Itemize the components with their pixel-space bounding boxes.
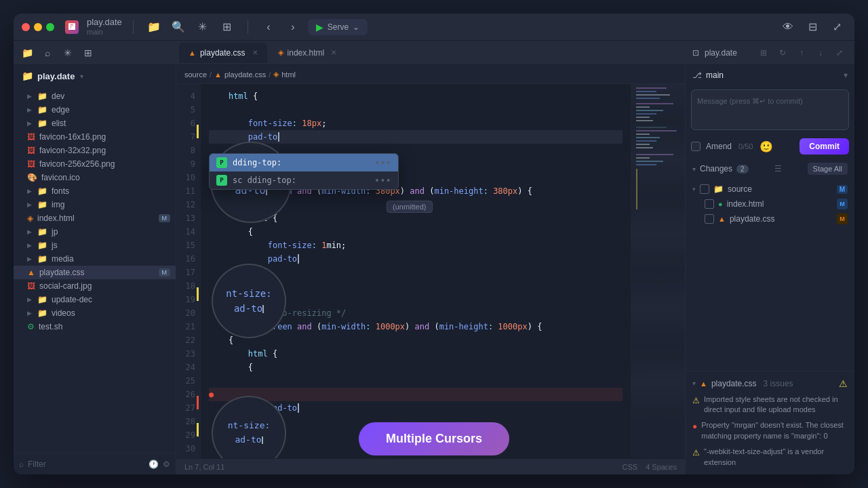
back-nav[interactable]: ‹: [259, 18, 278, 37]
changes-count: 2: [736, 165, 749, 174]
file-checkbox[interactable]: [705, 199, 714, 209]
svg-rect-16: [636, 147, 653, 148]
sidebar-search-icon[interactable]: ⌕: [39, 45, 56, 61]
svg-rect-11: [636, 130, 677, 131]
file-checkbox[interactable]: [705, 214, 714, 224]
minimize-button[interactable]: [34, 23, 42, 31]
sidebar-folder-icon[interactable]: 📁: [19, 45, 35, 61]
file-name: js: [52, 241, 58, 250]
tab-indexhtml[interactable]: ◈ index.html ✕: [269, 43, 347, 63]
sidebar-item-favicon256[interactable]: 🖼 favicon-256x256.png: [14, 157, 176, 171]
svg-rect-1: [636, 91, 656, 92]
tab-label: playdate.css: [200, 48, 245, 58]
panels-icon[interactable]: ⊟: [803, 18, 822, 37]
emoji-icon[interactable]: 🙂: [760, 140, 773, 153]
sidebar-item-jp[interactable]: ▶ 📁 jp: [14, 225, 176, 239]
sidebar-item-playdatecss[interactable]: ▲ playdate.css M: [14, 266, 176, 279]
filter-clock-icon[interactable]: 🕐: [149, 460, 159, 469]
tab-close-icon[interactable]: ✕: [252, 49, 258, 56]
indent-selector[interactable]: 4 Spaces: [646, 463, 677, 471]
sidebar-item-videos[interactable]: ▶ 📁 videos: [14, 306, 176, 320]
git-download-btn[interactable]: ↓: [812, 45, 829, 61]
git-expand-btn[interactable]: ⤢: [831, 45, 848, 61]
tab-playdatecss[interactable]: ▲ playdate.css ✕: [179, 43, 267, 63]
play-icon: ▶: [316, 22, 323, 33]
ico-icon: 🎨: [27, 173, 37, 182]
svg-rect-3: [636, 98, 660, 99]
file-name: edge: [52, 105, 70, 115]
serve-button[interactable]: ▶ Serve ⌄: [308, 19, 368, 35]
file-name: media: [52, 254, 74, 264]
cursor-position[interactable]: Ln 7, Col 11: [184, 463, 224, 471]
forward-nav[interactable]: ›: [283, 18, 302, 37]
maximize-button[interactable]: [46, 23, 54, 31]
git-message-placeholder: Message (press ⌘↵ to commit): [697, 97, 803, 105]
sidebar-item-updatedec[interactable]: ▶ 📁 update-dec: [14, 293, 176, 306]
grid-btn[interactable]: ⊞: [218, 18, 237, 37]
sidebar-item-js[interactable]: ▶ 📁 js: [14, 239, 176, 252]
filter-input[interactable]: [28, 460, 144, 469]
sidebar-toolbar: 📁 ⌕ ✳ ⊞: [14, 41, 176, 65]
file-browser-btn[interactable]: 📁: [144, 18, 163, 37]
sidebar-item-img[interactable]: ▶ 📁 img: [14, 198, 176, 211]
branch-chevron[interactable]: ▾: [844, 70, 848, 80]
sidebar-item-favicon32[interactable]: 🖼 favicon-32x32.png: [14, 144, 176, 157]
stage-all-button[interactable]: Stage All: [808, 163, 848, 175]
filter-settings-icon[interactable]: ⚙: [163, 460, 170, 469]
sidebar-item-faviconico[interactable]: 🎨 favicon.ico: [14, 171, 176, 184]
autocomplete-text: dding-top:: [233, 158, 281, 167]
code-line-24: {: [209, 361, 623, 374]
tab-bar: ▲ playdate.css ✕ ◈ index.html ✕: [176, 41, 685, 65]
css-icon: ▲: [27, 268, 35, 277]
sidebar-asterisk-icon[interactable]: ✳: [60, 45, 76, 61]
asterisk-btn[interactable]: ✳: [193, 18, 212, 37]
git-folder-source[interactable]: ▾ 📁 source M: [686, 182, 854, 197]
magnifier-2: nt-size: ad-to: [212, 264, 286, 338]
sidebar-item-edge[interactable]: ▶ 📁 edge: [14, 103, 176, 117]
filter-bar: ⌕ 🕐 ⚙: [14, 453, 176, 474]
sidebar-item-socialcard[interactable]: 🖼 social-card.jpg: [14, 279, 176, 293]
git-grid-btn[interactable]: ⊞: [755, 45, 772, 61]
eye-icon[interactable]: 👁: [778, 18, 797, 37]
svg-rect-7: [636, 113, 656, 115]
sidebar-grid-icon[interactable]: ⊞: [80, 45, 96, 61]
svg-rect-18: [636, 157, 650, 159]
git-upload-btn[interactable]: ↑: [793, 45, 810, 61]
search-btn[interactable]: 🔍: [169, 18, 188, 37]
sidebar-item-media[interactable]: ▶ 📁 media: [14, 252, 176, 266]
expand-icon[interactable]: ⤢: [827, 18, 846, 37]
sidebar-item-indexhtml[interactable]: ◈ index.html M: [14, 211, 176, 225]
folder-checkbox[interactable]: [700, 184, 709, 194]
project-header[interactable]: 📁 play.date ▾: [14, 65, 176, 87]
git-branch: ⎇ main ▾: [686, 65, 854, 85]
git-file-playdatecss[interactable]: ▲ playdate.css M: [686, 211, 854, 226]
autocomplete-item-0[interactable]: P dding-top: •••: [210, 154, 398, 171]
issues-section: ▾ ▲ playdate.css 3 issues ⚠ ⚠ Imported s…: [686, 371, 854, 474]
tab-close-icon[interactable]: ✕: [331, 49, 336, 56]
autocomplete-item-1[interactable]: P sc dding-top: •••: [210, 171, 398, 189]
svg-rect-17: [636, 154, 673, 155]
changes-chevron[interactable]: ▾: [692, 165, 696, 173]
issues-chevron[interactable]: ▾: [692, 380, 696, 387]
git-refresh-btn[interactable]: ↻: [774, 45, 791, 61]
sidebar-item-elist[interactable]: ▶ 📁 elist: [14, 117, 176, 130]
sidebar-item-testsh[interactable]: ⚙ test.sh: [14, 320, 176, 333]
amend-checkbox[interactable]: [691, 142, 701, 151]
folder-chevron: ▾: [692, 186, 696, 192]
language-selector[interactable]: CSS: [623, 463, 638, 471]
code-line-22: {: [209, 333, 623, 347]
breadcrumb-playdate: playdate.css: [224, 70, 266, 79]
sidebar-item-favicon16[interactable]: 🖼 favicon-16x16.png: [14, 130, 176, 144]
branch-name: main: [706, 70, 724, 80]
multiple-cursors-tooltip: Multiple Cursors: [359, 422, 509, 455]
git-file-indexhtml[interactable]: ● index.html M: [686, 197, 854, 211]
git-message-area[interactable]: Message (press ⌘↵ to commit): [691, 89, 849, 130]
commit-button[interactable]: Commit: [800, 138, 849, 155]
chevron-right-icon: ▶: [27, 201, 32, 208]
issue-item-1: ● Property "mrgan" doesn't exist. The cl…: [686, 418, 854, 444]
changes-list-icon[interactable]: ☰: [774, 164, 782, 174]
close-button[interactable]: [22, 23, 30, 31]
sidebar-item-fonts[interactable]: ▶ 📁 fonts: [14, 184, 176, 198]
folder-icon: 📁: [37, 186, 47, 196]
sidebar-item-dev[interactable]: ▶ 📁 dev: [14, 89, 176, 103]
